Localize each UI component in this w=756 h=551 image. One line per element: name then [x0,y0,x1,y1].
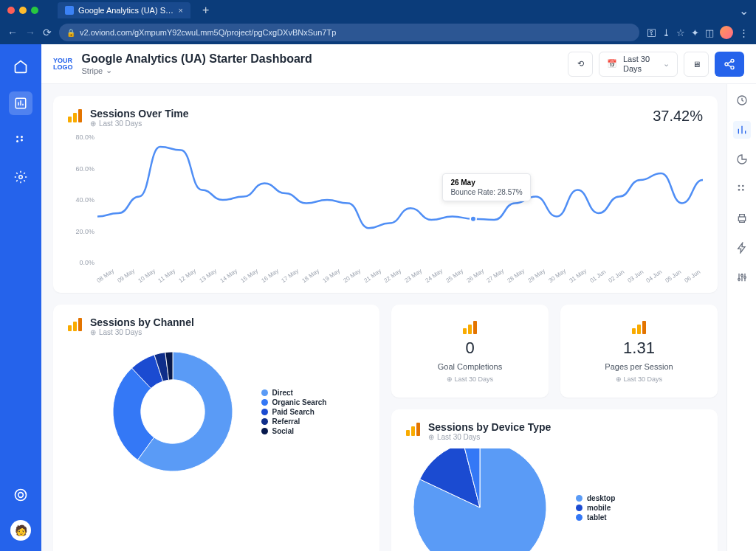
chevron-down-icon[interactable]: ⌄ [739,4,749,18]
stat-sub: ⊕ Last 30 Days [447,375,493,383]
card-subtitle: ⊕ Last 30 Days [428,433,551,441]
gear-icon[interactable] [9,165,32,189]
topbar: YOUR LOGO Google Analytics (UA) Starter … [41,44,756,84]
chart-legend: DirectOrganic SearchPaid SearchReferralS… [261,387,327,437]
url-text: v2.oviond.com/gXmpumY92cwuLmm5Q/project/… [80,28,336,37]
home-icon[interactable] [9,55,32,78]
brand-logo: YOUR LOGO [53,58,73,71]
legend-item[interactable]: Direct [261,389,327,397]
svg-point-12 [738,185,740,187]
chart-tooltip: 26 May Bounce Rate: 28.57% [442,173,530,201]
left-sidebar: 🧑 [0,44,41,551]
monitor-icon: 🖥 [693,60,701,69]
panel-icon[interactable]: ◫ [705,27,714,38]
browser-tab[interactable]: Google Analytics (UA) Starter × [58,2,190,18]
bolt-icon[interactable] [733,239,751,257]
stat-sub: ⊕ Last 30 Days [616,375,662,383]
refresh-button[interactable]: ⟲ [568,52,593,77]
grid-icon[interactable] [733,180,751,198]
date-range-picker[interactable]: 📅 Last 30 Days ⌄ [599,52,678,77]
google-analytics-icon [68,316,83,331]
svg-point-9 [731,66,734,69]
refresh-icon: ⟲ [577,59,584,69]
window-maximize[interactable] [31,7,38,14]
display-button[interactable]: 🖥 [684,52,709,77]
svg-point-7 [731,59,734,62]
google-analytics-icon [68,108,83,122]
help-icon[interactable] [9,483,32,507]
card-subtitle: ⊕ Last 30 Days [90,328,194,336]
google-analytics-icon [406,421,421,436]
tab-title: Google Analytics (UA) Starter [78,6,174,15]
google-analytics-icon [632,319,647,334]
key-icon[interactable]: ⚿ [647,27,656,38]
browser-navbar: ← → ⟳ 🔒 v2.oviond.com/gXmpumY92cwuLmm5Q/… [0,21,756,44]
share-button[interactable] [715,52,744,77]
sliders-icon[interactable] [733,268,751,286]
card-title: Sessions Over Time [90,108,189,119]
svg-point-8 [725,63,728,66]
svg-point-10 [470,216,476,222]
stat-label: Goal Completions [438,362,502,371]
sessions-by-device-card: Sessions by Device Type ⊕ Last 30 Days d… [391,409,718,551]
card-title: Sessions by Device Type [428,421,551,433]
pie-chart[interactable] [406,448,554,551]
card-title: Sessions by Channel [90,316,194,328]
window-minimize[interactable] [19,7,27,14]
svg-point-18 [740,274,743,277]
legend-item[interactable]: Referral [261,417,327,426]
svg-point-1 [16,136,18,138]
window-close[interactable] [7,7,15,14]
svg-point-6 [18,493,24,498]
chevron-down-icon: ⌄ [663,59,670,69]
tab-favicon [65,6,74,15]
new-tab-button[interactable]: + [202,4,209,17]
back-icon[interactable]: ← [7,27,18,38]
reload-icon[interactable]: ⟳ [43,27,52,38]
legend-item[interactable]: Paid Search [261,408,327,416]
legend-item[interactable]: mobile [576,504,615,512]
stat-value: 1.31 [623,339,655,358]
svg-point-3 [16,140,18,142]
stat-value: 0 [465,339,474,358]
extensions-icon[interactable]: ✦ [691,27,699,38]
lock-icon: 🔒 [66,29,75,37]
clock-icon[interactable] [733,91,751,109]
svg-point-5 [16,490,27,501]
widgets-icon[interactable] [9,128,32,152]
legend-item[interactable]: Social [261,427,327,435]
pie-chart-icon[interactable] [733,150,751,168]
menu-icon[interactable]: ⋮ [739,27,749,38]
bar-chart-icon[interactable] [733,121,751,139]
right-rail [726,84,756,551]
svg-point-2 [21,136,23,138]
profile-avatar[interactable] [720,26,733,39]
user-avatar[interactable]: 🧑 [10,520,31,541]
stat-label: Pages per Session [605,362,673,371]
sessions-by-channel-card: Sessions by Channel ⊕ Last 30 Days Direc… [53,305,379,551]
browser-titlebar: Google Analytics (UA) Starter × + ⌄ [0,0,756,21]
kpi-value: 37.42% [653,108,703,125]
star-icon[interactable]: ☆ [676,27,685,38]
chart-legend: desktopmobiletablet [576,493,615,523]
project-selector[interactable]: Stripe ⌄ [82,66,560,75]
svg-point-17 [738,278,740,280]
donut-chart[interactable] [106,345,239,478]
pages-per-session-card: 1.31 Pages per Session ⊕ Last 30 Days [560,305,718,398]
legend-item[interactable]: desktop [576,494,615,502]
page-title: Google Analytics (UA) Starter Dashboard [82,52,560,66]
forward-icon[interactable]: → [25,27,35,38]
svg-point-14 [738,189,740,191]
calendar-icon: 📅 [607,59,617,69]
svg-point-4 [19,176,23,179]
dashboard-icon[interactable] [9,91,32,115]
url-bar[interactable]: 🔒 v2.oviond.com/gXmpumY92cwuLmm5Q/projec… [59,24,639,41]
printer-icon[interactable] [733,209,751,227]
legend-item[interactable]: Organic Search [261,398,327,406]
svg-point-13 [742,185,744,187]
close-icon[interactable]: × [179,6,183,15]
install-icon[interactable]: ⤓ [662,27,670,38]
line-chart[interactable]: 0.0%20.0%40.0%60.0%80.0% 26 May Bounce R… [68,134,703,281]
svg-point-15 [742,189,744,191]
legend-item[interactable]: tablet [576,513,615,521]
